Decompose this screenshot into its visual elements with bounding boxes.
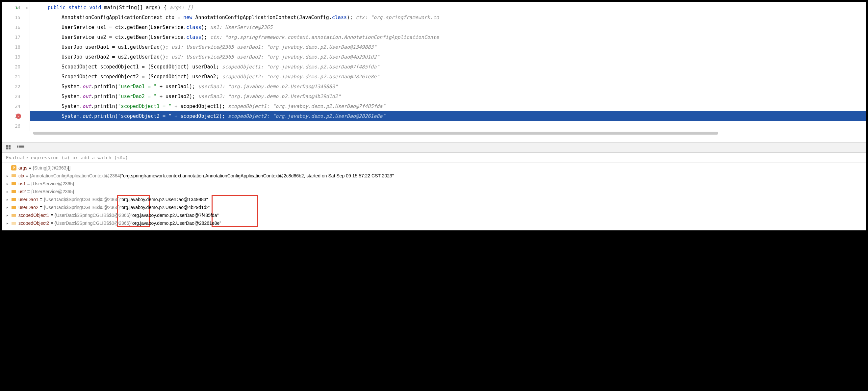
expand-chevron-icon[interactable]: ▸ bbox=[7, 213, 11, 217]
code-line[interactable]: System.out.println("userDao2 = " + userD… bbox=[30, 91, 866, 101]
svg-rect-15 bbox=[11, 214, 16, 215]
primitive-icon: P bbox=[11, 165, 17, 171]
variable-type: {UserDao$$SpringCGLIB$$0@2366} bbox=[44, 197, 120, 202]
gutter-row[interactable]: 16 bbox=[2, 22, 30, 32]
variable-name: scopedObject1 bbox=[19, 213, 49, 218]
svg-rect-1 bbox=[11, 175, 16, 176]
variable-row[interactable]: ▸userDao1 = {UserDao$$SpringCGLIB$$0@236… bbox=[2, 196, 866, 203]
svg-rect-6 bbox=[11, 190, 16, 191]
variable-type: {UserDao$$SpringCGLIB$$0@2366} bbox=[55, 213, 131, 218]
svg-rect-16 bbox=[11, 215, 16, 216]
line-number: 22 bbox=[15, 84, 21, 89]
scrollbar-thumb[interactable] bbox=[33, 132, 718, 134]
object-icon bbox=[11, 197, 17, 202]
svg-rect-17 bbox=[11, 216, 16, 216]
variable-name: userDao2 bbox=[19, 205, 38, 210]
gutter-row[interactable]: 24 bbox=[2, 101, 30, 111]
variable-row[interactable]: ▸ctx = {AnnotationConfigApplicationConte… bbox=[2, 172, 866, 180]
svg-rect-11 bbox=[11, 200, 16, 201]
variable-type: {UserDao$$SpringCGLIB$$0@2366} bbox=[55, 220, 131, 226]
variable-row[interactable]: ▸Pargs = {String[0]@2363} [] bbox=[2, 164, 866, 172]
expand-chevron-icon[interactable]: ▸ bbox=[7, 198, 11, 202]
gutter-row[interactable]: 26 bbox=[2, 121, 30, 131]
variable-row[interactable]: ▸userDao2 = {UserDao$$SpringCGLIB$$0@236… bbox=[2, 203, 866, 211]
variable-name: scopedObject2 bbox=[19, 220, 49, 226]
variable-type: {UserService@2365} bbox=[31, 181, 74, 186]
variable-value: "org.javaboy.demo.p2.UserDao@1349883" bbox=[120, 197, 208, 202]
gutter-row[interactable]: 21 bbox=[2, 72, 30, 82]
variable-type: {UserDao$$SpringCGLIB$$0@2366} bbox=[44, 205, 120, 210]
expand-chevron-icon[interactable]: ▸ bbox=[7, 182, 11, 186]
table-view-icon[interactable] bbox=[6, 145, 11, 150]
code-line[interactable]: public static void main(String[] args) {… bbox=[30, 3, 866, 12]
code-line[interactable]: System.out.println("scopedObject2 = " + … bbox=[30, 111, 866, 121]
watch-placeholder: Evaluate expression (⏎) or add a watch (… bbox=[6, 155, 128, 160]
fold-icon[interactable]: ⊟ bbox=[26, 6, 28, 9]
horizontal-scrollbar[interactable] bbox=[30, 131, 866, 136]
line-number: 16 bbox=[15, 25, 21, 30]
object-icon bbox=[11, 220, 17, 226]
gutter-row[interactable]: 18 bbox=[2, 42, 30, 52]
svg-rect-12 bbox=[11, 206, 16, 207]
watch-input[interactable]: Evaluate expression (⏎) or add a watch (… bbox=[2, 153, 866, 162]
expand-chevron-icon[interactable]: ▸ bbox=[7, 174, 11, 178]
variable-row[interactable]: ▸scopedObject2 = {UserDao$$SpringCGLIB$$… bbox=[2, 219, 866, 227]
code-line[interactable]: System.out.println("scopedObject1 = " + … bbox=[30, 101, 866, 111]
variables-panel[interactable]: ▸Pargs = {String[0]@2363} []▸ctx = {Anno… bbox=[2, 162, 866, 231]
code-line[interactable]: System.out.println("userDao1 = " + userD… bbox=[30, 82, 866, 91]
run-icon[interactable]: ▶ bbox=[16, 5, 19, 10]
variable-value: "org.javaboy.demo.p2.UserDao@7f485fda" bbox=[131, 213, 219, 218]
svg-rect-13 bbox=[11, 207, 16, 208]
gutter-row[interactable]: 25 bbox=[2, 111, 30, 121]
svg-rect-9 bbox=[11, 198, 16, 199]
variable-row[interactable]: ▸scopedObject1 = {UserDao$$SpringCGLIB$$… bbox=[2, 211, 866, 219]
variable-name: userDao1 bbox=[19, 197, 38, 202]
expand-chevron-icon[interactable]: ▸ bbox=[7, 221, 11, 225]
line-number: 20 bbox=[15, 64, 21, 69]
variable-name: us2 bbox=[19, 189, 26, 194]
code-line[interactable]: UserService us1 = ctx.getBean(UserServic… bbox=[30, 22, 866, 32]
svg-rect-14 bbox=[11, 208, 16, 209]
svg-rect-0 bbox=[11, 175, 16, 175]
gutter-row[interactable]: 22 bbox=[2, 82, 30, 91]
gutter-row[interactable]: 15 bbox=[2, 12, 30, 22]
expand-chevron-icon[interactable]: ▸ bbox=[7, 205, 11, 210]
svg-rect-5 bbox=[11, 184, 16, 185]
line-number: 15 bbox=[15, 15, 21, 20]
gutter-row[interactable]: 17 bbox=[2, 32, 30, 42]
line-number: 21 bbox=[15, 74, 21, 79]
code-line[interactable] bbox=[30, 121, 866, 131]
breakpoint-icon[interactable] bbox=[16, 114, 21, 119]
object-icon bbox=[11, 213, 17, 218]
expand-chevron-icon[interactable]: ▸ bbox=[7, 189, 11, 194]
line-number: 26 bbox=[15, 123, 21, 129]
code-line[interactable]: ScopedObject scopedObject2 = (ScopedObje… bbox=[30, 72, 866, 82]
code-line[interactable]: UserDao userDao2 = us2.getUserDao(); us2… bbox=[30, 52, 866, 62]
svg-rect-8 bbox=[11, 192, 16, 193]
code-line[interactable]: ScopedObject scopedObject1 = (ScopedObje… bbox=[30, 62, 866, 72]
variable-name: ctx bbox=[19, 173, 24, 178]
variable-row[interactable]: ▸us1 = {UserService@2365} bbox=[2, 180, 866, 188]
object-icon bbox=[11, 205, 17, 210]
code-line[interactable]: UserService us2 = ctx.getBean(UserServic… bbox=[30, 32, 866, 42]
editor-gutter[interactable]: 14▶⊟151617181920212223242526 bbox=[2, 2, 30, 131]
variable-value: [] bbox=[68, 165, 70, 171]
code-line[interactable]: UserDao userDao1 = us1.getUserDao(); us1… bbox=[30, 42, 866, 52]
gutter-row[interactable]: 23 bbox=[2, 91, 30, 101]
gutter-row[interactable]: 14▶⊟ bbox=[2, 3, 30, 12]
variable-value: "org.javaboy.demo.p2.UserDao@28261e8e" bbox=[131, 220, 221, 226]
variable-type: {String[0]@2363} bbox=[33, 165, 68, 171]
variable-row[interactable]: ▸us2 = {UserService@2365} bbox=[2, 188, 866, 196]
code-block[interactable]: public static void main(String[] args) {… bbox=[30, 2, 866, 131]
svg-rect-7 bbox=[11, 191, 16, 192]
debug-toolbar bbox=[2, 142, 866, 153]
code-editor[interactable]: 14▶⊟151617181920212223242526 public stat… bbox=[2, 2, 866, 131]
svg-rect-20 bbox=[11, 224, 16, 224]
code-line[interactable]: AnnotationConfigApplicationContext ctx =… bbox=[30, 12, 866, 22]
gutter-row[interactable]: 19 bbox=[2, 52, 30, 62]
variable-name: args bbox=[19, 165, 27, 171]
object-icon bbox=[11, 189, 17, 194]
gutter-row[interactable]: 20 bbox=[2, 62, 30, 72]
line-number: 19 bbox=[15, 54, 21, 60]
list-view-icon[interactable] bbox=[17, 145, 22, 150]
